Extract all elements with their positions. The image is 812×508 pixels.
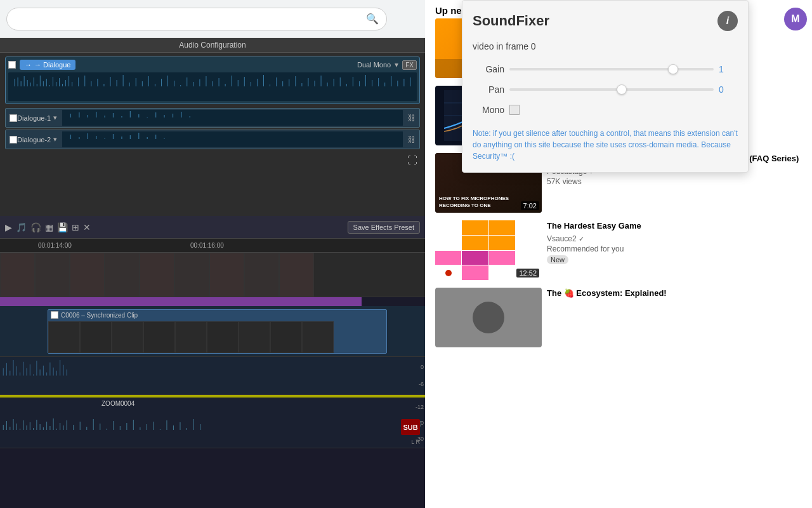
sync-clip-area: C0006 – Synchronized Clip bbox=[0, 306, 425, 357]
timeline-icon[interactable]: ▦ bbox=[45, 222, 53, 232]
video-3-duration: 7:02 bbox=[521, 201, 539, 210]
video-thumbnail-5 bbox=[435, 288, 542, 347]
soundfixer-header: SoundFixer i bbox=[473, 11, 738, 31]
pan-label: Pan bbox=[473, 84, 504, 95]
audio-icon[interactable]: 🎵 bbox=[16, 222, 27, 232]
timeline-toolbar: ▶ 🎵 🎧 ▦ 💾 ⊞ ✕ Save Effects Preset bbox=[0, 216, 425, 239]
audio-config-title: Audio Configuration bbox=[0, 38, 425, 53]
level-6: -6 bbox=[388, 381, 424, 387]
close-icon[interactable]: ✕ bbox=[83, 222, 91, 232]
video-item-5[interactable]: The 🍓 Ecosystem: Explained! bbox=[435, 288, 802, 347]
video-4-duration: 12:52 bbox=[516, 269, 539, 277]
svg-rect-102 bbox=[0, 357, 387, 394]
gain-slider[interactable] bbox=[509, 68, 714, 70]
video-frame bbox=[174, 253, 209, 297]
level-0: 0 bbox=[388, 364, 424, 370]
video-3-meta: 57K views bbox=[547, 177, 802, 186]
video-frame bbox=[70, 253, 105, 297]
dialogue-checkbox[interactable] bbox=[8, 61, 16, 69]
chevron-down-icon: ▾ bbox=[395, 60, 398, 69]
dual-mono-label[interactable]: Dual Mono bbox=[357, 61, 391, 69]
soundfixer-title: SoundFixer bbox=[473, 13, 549, 29]
verified-icon-4: ✓ bbox=[579, 235, 584, 243]
gain-label: Gain bbox=[473, 64, 504, 74]
frame-5 bbox=[140, 253, 174, 297]
video-item-4[interactable]: 12:52 The Hardest Easy Game Vsauce2 ✓ Re… bbox=[435, 220, 802, 280]
video-frame bbox=[140, 253, 174, 297]
frame-9 bbox=[280, 253, 313, 297]
frame-info: video in frame 0 bbox=[473, 41, 738, 51]
ruler-tick-1: 00:01:14:00 bbox=[38, 242, 72, 249]
mono-control-row: Mono bbox=[473, 105, 738, 115]
video-frames bbox=[0, 253, 425, 297]
video-info-4: The Hardest Easy Game Vsauce2 ✓ Recommen… bbox=[547, 220, 802, 280]
frame-7 bbox=[210, 253, 244, 297]
video-frame bbox=[279, 253, 314, 297]
timeline-area: ▶ 🎵 🎧 ▦ 💾 ⊞ ✕ Save Effects Preset 00:01:… bbox=[0, 216, 425, 508]
chain-icon-2: ⛓ bbox=[408, 135, 416, 144]
dialogue2-checkbox[interactable] bbox=[10, 136, 17, 144]
gain-control-row: Gain 1 bbox=[473, 64, 738, 74]
video-info-5: The 🍓 Ecosystem: Explained! bbox=[547, 288, 802, 347]
search-bar-area: 🔍 bbox=[0, 0, 425, 38]
video-4-meta: Recommended for you bbox=[547, 244, 802, 253]
dialogue2-label: Dialogue-2 ▾ bbox=[17, 135, 57, 144]
frame-6 bbox=[175, 253, 209, 297]
gain-value: 1 bbox=[719, 64, 738, 74]
save-preset-button[interactable]: Save Effects Preset bbox=[348, 221, 420, 234]
ruler-tick-2: 00:01:16:00 bbox=[190, 242, 224, 249]
dialogue-main-track: → → Dialogue Dual Mono ▾ FX bbox=[5, 57, 420, 104]
lr-label: L R bbox=[411, 439, 420, 445]
mono-checkbox[interactable] bbox=[509, 105, 520, 115]
sync-clip-label: C0006 – Synchronized Clip bbox=[61, 312, 138, 319]
video-track bbox=[0, 253, 425, 297]
video-frame bbox=[105, 253, 140, 297]
dialogue-1-track: Dialogue-1 ▾ bbox=[5, 108, 420, 128]
chevron-down-icon: ▾ bbox=[53, 114, 57, 122]
zoom-clip-label: ZOOM0004 bbox=[102, 400, 134, 407]
video-frame bbox=[0, 253, 35, 297]
dialogue-track-header: → → Dialogue Dual Mono ▾ FX bbox=[8, 60, 417, 70]
svg-rect-89 bbox=[62, 131, 403, 147]
video-frame bbox=[209, 253, 244, 297]
frame-2 bbox=[36, 253, 69, 297]
sync-clip-checkbox[interactable] bbox=[51, 311, 58, 319]
play-icon[interactable]: ▶ bbox=[5, 222, 12, 232]
grid-icon[interactable]: ⊞ bbox=[72, 222, 79, 232]
fx-button[interactable]: FX bbox=[402, 60, 417, 70]
zoom-clip-area: ZOOM0004 bbox=[0, 398, 425, 448]
dialogue1-checkbox[interactable] bbox=[10, 114, 17, 122]
video-5-title: The 🍓 Ecosystem: Explained! bbox=[547, 288, 802, 299]
search-button[interactable]: 🔍 bbox=[366, 13, 379, 25]
new-badge: New bbox=[547, 255, 568, 264]
frame-8 bbox=[245, 253, 278, 297]
headphone-icon[interactable]: 🎧 bbox=[30, 222, 41, 232]
mono-label: Mono bbox=[473, 105, 504, 115]
editor-panel: 🔍 Audio Configuration → → Dialogue Dual … bbox=[0, 0, 425, 508]
search-input-wrap[interactable]: 🔍 bbox=[6, 8, 387, 30]
frame-1 bbox=[1, 253, 34, 297]
gain-thumb[interactable] bbox=[668, 64, 678, 74]
dialogue1-waveform bbox=[62, 110, 403, 126]
chain-icon: ⛓ bbox=[408, 114, 416, 123]
pan-thumb[interactable] bbox=[617, 84, 627, 95]
video-frame bbox=[35, 253, 70, 297]
search-input[interactable] bbox=[15, 14, 366, 24]
timeline-ruler: 00:01:14:00 00:01:16:00 bbox=[0, 239, 425, 253]
pan-slider[interactable] bbox=[509, 88, 714, 91]
save-icon[interactable]: 💾 bbox=[57, 222, 68, 232]
video-4-title: The Hardest Easy Game bbox=[547, 220, 802, 232]
frame-3 bbox=[70, 253, 104, 297]
dialogue-2-track: Dialogue-2 ▾ bbox=[5, 130, 420, 149]
video-thumbnail-4: 12:52 bbox=[435, 220, 542, 280]
dialogue-label: → → Dialogue bbox=[20, 60, 75, 70]
soundfixer-overlay: SoundFixer i video in frame 0 Gain 1 Pan… bbox=[462, 0, 749, 173]
sub-button[interactable]: SUB bbox=[401, 419, 420, 435]
pan-control-row: Pan 0 bbox=[473, 84, 738, 95]
note-text: Note: if you get silence after touching … bbox=[473, 128, 738, 162]
info-icon[interactable]: i bbox=[717, 11, 738, 31]
user-avatar[interactable]: M bbox=[784, 8, 807, 30]
svg-rect-73 bbox=[62, 110, 403, 126]
expand-icon[interactable]: ⛶ bbox=[407, 155, 417, 166]
chevron-down-icon: ▾ bbox=[53, 135, 57, 144]
